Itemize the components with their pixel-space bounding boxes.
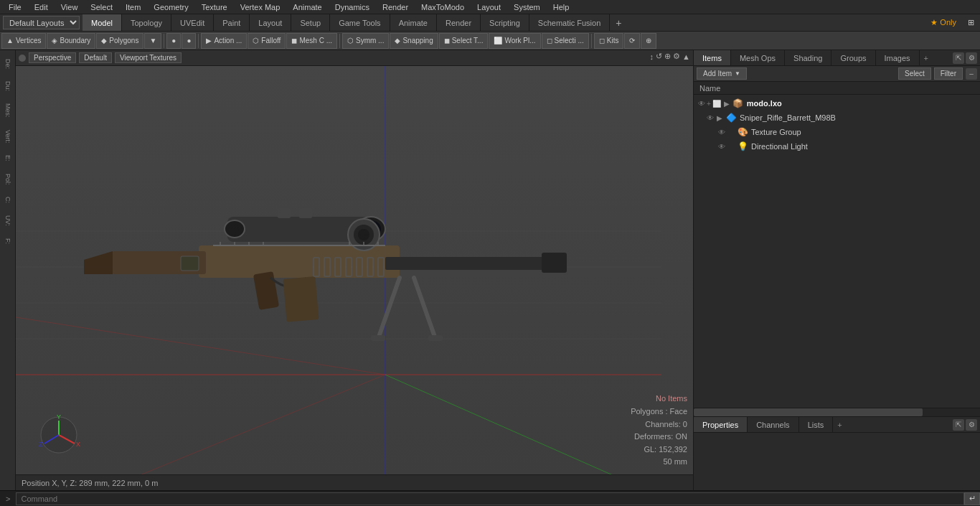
sidebar-label-de[interactable]: De: (3, 53, 13, 75)
toolbar-snapping[interactable]: ◆ Snapping (390, 33, 438, 49)
toolbar-mesh[interactable]: ◼ Mesh C ... (286, 33, 337, 49)
sidebar-label-pol[interactable]: Pol: (3, 168, 13, 191)
toolbar-mode-dropdown[interactable]: ▼ (144, 33, 161, 49)
tree-expand-2[interactable]: ▶ (717, 114, 725, 122)
toolbar-selecti[interactable]: ◻ Selecti ... (542, 33, 589, 49)
sidebar-label-mes[interactable]: Mes: (3, 98, 13, 123)
tree-item-modo-lxo[interactable]: 👁 + ⬜ ▶ 📦 modo.lxo (695, 96, 979, 111)
tree-icon-lock-1[interactable]: ⬜ (712, 100, 721, 108)
viewport-default-btn[interactable]: Default (79, 52, 112, 63)
eye-icon-4[interactable]: 👁 (718, 143, 725, 151)
viewport-dot[interactable] (19, 55, 26, 62)
menu-texture[interactable]: Texture (196, 1, 233, 13)
menu-select[interactable]: Select (85, 1, 118, 13)
toolbar-symm[interactable]: ⬡ Symm ... (342, 33, 389, 49)
items-collapse-btn[interactable]: – (966, 68, 977, 80)
rp-expand-btn[interactable]: ⇱ (953, 52, 964, 64)
prop-tab-add[interactable]: + (833, 417, 846, 432)
prop-tab-properties[interactable]: Properties (694, 417, 748, 432)
prop-expand-btn[interactable]: ⇱ (953, 419, 964, 431)
tree-item-texture-group[interactable]: 👁 🎨 Texture Group (695, 125, 979, 139)
rp-tab-groups[interactable]: Groups (831, 50, 875, 65)
add-item-button[interactable]: Add Item (697, 67, 747, 80)
tree-icon-options-1[interactable]: + (707, 100, 711, 108)
viewport-orbit-icon[interactable]: ↺ (656, 52, 662, 61)
tab-animate[interactable]: Animate (390, 14, 437, 31)
viewport-texture-btn[interactable]: Viewport Textures (115, 52, 182, 63)
tab-model[interactable]: Model (83, 14, 122, 31)
scroll-thumb[interactable] (694, 408, 923, 416)
tab-grid-icon[interactable]: ⊞ (962, 14, 980, 31)
eye-icon-3[interactable]: 👁 (718, 128, 725, 136)
menu-animate[interactable]: Animate (287, 1, 327, 13)
toolbar-action[interactable]: ▶ Action ... (201, 33, 247, 49)
toolbar-boundary[interactable]: ◈ Boundary (47, 33, 95, 49)
items-filter-button[interactable]: Filter (934, 67, 963, 80)
menu-file[interactable]: File (3, 1, 27, 13)
tab-layout[interactable]: Layout (250, 14, 291, 31)
execute-icon: ↵ (969, 494, 976, 503)
eye-icon-2[interactable]: 👁 (707, 114, 714, 122)
toolbar-dot2[interactable]: ● (182, 33, 196, 49)
toolbar-kits[interactable]: ◻ Kits (594, 33, 624, 49)
tab-schematic-fusion[interactable]: Schematic Fusion (529, 14, 610, 31)
menu-item[interactable]: Item (120, 1, 146, 13)
menu-vertexmap[interactable]: Vertex Map (235, 1, 286, 13)
scene-scrollbar[interactable] (694, 408, 980, 416)
viewport-perspective-btn[interactable]: Perspective (29, 52, 76, 63)
toolbar-rotate[interactable]: ⟳ (624, 33, 640, 49)
sidebar-label-e[interactable]: E: (3, 149, 13, 167)
sidebar-label-uv[interactable]: UV: (3, 210, 13, 232)
tab-render[interactable]: Render (437, 14, 481, 31)
rp-tab-add[interactable]: + (920, 50, 933, 65)
sidebar-label-vert[interactable]: Vert: (3, 124, 13, 149)
rp-tab-mesh-ops[interactable]: Mesh Ops (731, 50, 785, 65)
menu-system[interactable]: System (508, 1, 546, 13)
tree-item-directional-light[interactable]: 👁 💡 Directional Light (695, 139, 979, 154)
viewport-zoom-icon[interactable]: ⊕ (664, 52, 671, 61)
toolbar-polygons[interactable]: ◆ Polygons (96, 33, 143, 49)
layout-select[interactable]: Default Layouts (3, 16, 80, 29)
items-select-button[interactable]: Select (898, 67, 931, 80)
rp-tab-images[interactable]: Images (876, 50, 920, 65)
tab-setup[interactable]: Setup (291, 14, 330, 31)
viewport-arrow-icon[interactable]: ▲ (682, 52, 690, 61)
menu-view[interactable]: View (55, 1, 84, 13)
tab-paint[interactable]: Paint (214, 14, 250, 31)
viewport-expand-icon[interactable]: ↕ (650, 52, 654, 61)
tab-uvedit[interactable]: UVEdit (171, 14, 214, 31)
tab-gametools[interactable]: Game Tools (330, 14, 390, 31)
command-execute-button[interactable]: ↵ (964, 492, 980, 505)
sidebar-label-c[interactable]: C: (3, 191, 13, 209)
tree-item-sniper-rifle[interactable]: 👁 ▶ 🔷 Sniper_Rifle_Barrett_M98B (695, 111, 979, 125)
toolbar-workplane[interactable]: ⬜ Work Pl... (489, 33, 540, 49)
rp-tab-items[interactable]: Items (694, 50, 731, 65)
menu-maxtomodo[interactable]: MaxToModo (415, 1, 470, 13)
menu-help[interactable]: Help (547, 1, 575, 13)
menu-render[interactable]: Render (377, 1, 414, 13)
tree-expand-1[interactable]: ▶ (724, 100, 732, 108)
viewport-settings-icon[interactable]: ⚙ (673, 52, 680, 61)
rp-tab-shading[interactable]: Shading (785, 50, 831, 65)
toolbar-select-tools[interactable]: ◼ Select T... (439, 33, 489, 49)
tab-topology[interactable]: Topology (122, 14, 171, 31)
menu-edit[interactable]: Edit (29, 1, 54, 13)
tab-add[interactable]: + (610, 14, 627, 31)
menu-layout[interactable]: Layout (471, 1, 507, 13)
command-input[interactable] (16, 492, 964, 505)
toolbar-dot1[interactable]: ● (166, 33, 181, 49)
toolbar-add-btn[interactable]: ⊕ (641, 33, 656, 49)
prop-tab-channels[interactable]: Channels (748, 417, 798, 432)
tab-scripting[interactable]: Scripting (481, 14, 529, 31)
menu-dynamics[interactable]: Dynamics (329, 1, 375, 13)
sidebar-label-du[interactable]: Du: (3, 75, 13, 97)
toolbar-vertices[interactable]: ▲ Vertices (1, 33, 46, 49)
sidebar-label-f[interactable]: F: (3, 233, 13, 250)
rp-settings-btn[interactable]: ⚙ (966, 52, 977, 64)
eye-icon-1[interactable]: 👁 (698, 100, 705, 108)
prop-tab-lists[interactable]: Lists (799, 417, 834, 432)
menu-geometry[interactable]: Geometry (148, 1, 194, 13)
toolbar-falloff[interactable]: ⬡ Falloff (248, 33, 286, 49)
prop-settings-btn[interactable]: ⚙ (966, 419, 977, 431)
viewport-canvas[interactable]: X Y Z No Items Polygons : Face Channels:… (16, 66, 693, 474)
